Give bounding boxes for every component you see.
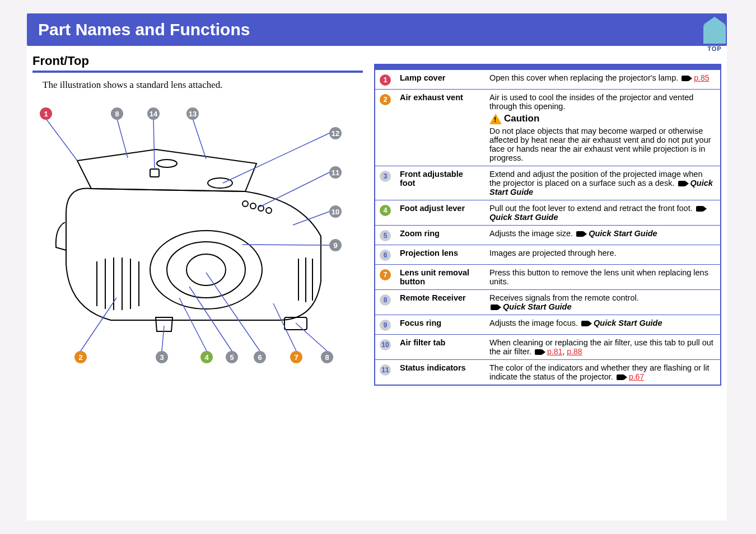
quick-start-guide-ref: Quick Start Guide [489,213,558,222]
svg-point-1 [208,178,232,188]
title-bar: Part Names and Functions [27,13,727,46]
svg-point-16 [250,203,256,209]
reference-icon [696,206,705,212]
reference-icon [581,321,590,326]
page-link[interactable]: p.67 [629,372,644,381]
svg-rect-2 [150,169,159,177]
diagram-callout-5: 5 [226,351,238,363]
svg-line-27 [242,245,329,245]
part-number-badge: 7 [380,269,391,280]
part-name: Status indicators [395,360,485,386]
diagram-callout-13: 13 [186,107,199,120]
part-description: Adjusts the image size. Quick Start Guid… [485,226,721,245]
part-number-badge: 2 [380,94,391,105]
part-name: Remote Receiver [395,290,485,315]
svg-point-5 [186,254,226,285]
svg-point-0 [157,160,177,167]
part-description: Images are projected through here. [485,245,721,265]
part-name: Projection lens [395,245,485,265]
svg-line-31 [189,287,232,351]
reference-icon [682,76,690,81]
part-row-2: 2Air exhaust ventAir is used to cool the… [375,90,721,166]
page-link[interactable]: p.81 [547,347,562,356]
left-column: Front/Top The illustration shows a stand… [32,54,363,386]
part-name: Zoom ring [395,226,485,245]
part-description: The color of the indicators and whether … [485,360,721,386]
part-number-badge: 11 [380,364,391,376]
part-row-6: 6Projection lensImages are projected thr… [375,245,721,265]
diagram-callout-2: 2 [74,351,87,363]
projector-svg [38,96,357,365]
diagram-callout-8: 8 [111,107,123,120]
part-name: Foot adjust lever [395,200,485,226]
diagram-callout-11: 11 [329,166,342,179]
part-name: Lens unit removal button [395,265,485,290]
part-row-4: 4Foot adjust leverPull out the foot leve… [375,200,721,226]
quick-start-guide-ref: Quick Start Guide [503,302,571,311]
svg-line-28 [81,298,116,351]
part-number-badge: 1 [380,74,391,86]
svg-line-20 [46,119,77,161]
house-icon [703,25,726,44]
diagram-callout-1: 1 [40,107,52,120]
diagram-callout-3: 3 [156,351,168,363]
diagram-callout-8: 8 [321,351,333,363]
part-name: Front adjustable foot [395,166,485,200]
reference-icon [678,181,687,186]
quick-start-guide-ref: Quick Start Guide [594,318,662,327]
part-name: Air exhaust vent [395,90,485,166]
reference-icon [491,305,500,310]
right-column: 1Lamp coverOpen this cover when replacin… [374,64,721,386]
part-row-9: 9Focus ringAdjusts the image focus. Quic… [375,315,721,335]
part-row-7: 7Lens unit removal buttonPress this butt… [375,265,721,290]
part-description: Open this cover when replacing the proje… [485,70,721,90]
caution-label: Caution [489,113,539,124]
part-number-badge: 10 [380,339,391,350]
part-row-11: 11Status indicatorsThe color of the indi… [375,360,721,386]
parts-table: 1Lamp coverOpen this cover when replacin… [374,64,721,386]
part-number-badge: 6 [380,250,391,261]
part-description: Extend and adjust the position of the pr… [485,166,721,200]
svg-point-15 [242,201,248,207]
svg-line-24 [223,133,329,183]
diagram-callout-12: 12 [329,127,342,139]
warning-triangle-icon [489,114,502,124]
svg-line-33 [273,303,296,351]
svg-line-22 [153,119,155,169]
diagram-callout-14: 14 [147,107,160,120]
part-description: Receives signals from the remote control… [485,290,721,315]
top-home-icon[interactable]: TOP [697,20,732,56]
svg-line-29 [162,326,164,351]
part-name: Air filter tab [395,335,485,360]
projector-diagram: 18141312111092345678 [38,96,357,365]
diagram-callout-6: 6 [254,351,266,363]
part-name: Lamp cover [395,70,485,90]
svg-point-18 [266,208,272,213]
page-title: Part Names and Functions [38,20,250,39]
diagram-callout-10: 10 [329,205,342,218]
part-number-badge: 3 [380,171,391,182]
svg-line-25 [259,172,329,207]
section-heading: Front/Top [32,54,363,73]
part-number-badge: 9 [380,320,391,331]
quick-start-guide-ref: Quick Start Guide [589,229,657,238]
part-description: Adjusts the image focus. Quick Start Gui… [485,315,721,335]
part-row-1: 1Lamp coverOpen this cover when replacin… [375,70,721,90]
manual-page: Part Names and Functions TOP Front/Top T… [27,13,727,521]
svg-line-32 [206,273,260,351]
part-description: Press this button to remove the lens uni… [485,265,721,290]
svg-line-23 [193,119,206,159]
top-label: TOP [707,45,721,52]
content-area: Front/Top The illustration shows a stand… [27,46,727,386]
svg-line-34 [296,323,327,351]
part-number-badge: 8 [380,294,391,306]
part-row-3: 3Front adjustable footExtend and adjust … [375,166,721,200]
part-description: Air is used to cool the insides of the p… [485,90,721,166]
svg-line-21 [117,119,128,158]
diagram-callout-9: 9 [329,239,342,251]
page-link[interactable]: p.85 [694,73,709,82]
diagram-callout-4: 4 [200,351,213,363]
part-name: Focus ring [395,315,485,335]
page-link[interactable]: p.88 [567,347,582,356]
diagram-callout-7: 7 [290,351,302,363]
